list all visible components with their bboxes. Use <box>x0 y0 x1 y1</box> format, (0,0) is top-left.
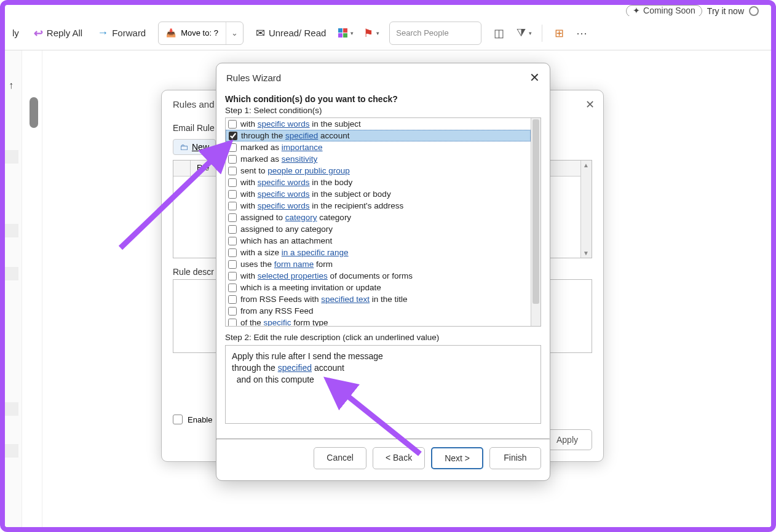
new-rule-label: New <box>192 142 209 152</box>
condition-checkbox[interactable] <box>228 225 237 234</box>
condition-link[interactable]: specific words <box>258 178 310 187</box>
toggle-circle-icon[interactable] <box>749 6 759 16</box>
condition-checkbox[interactable] <box>228 284 237 292</box>
condition-checkbox[interactable] <box>228 307 237 316</box>
condition-row[interactable]: which is a meeting invitation or update <box>226 282 531 293</box>
condition-row[interactable]: with a size in a specific range <box>226 247 531 258</box>
condition-checkbox[interactable] <box>228 248 237 257</box>
try-it-now-link[interactable]: Try it now <box>707 6 744 16</box>
condition-checkbox[interactable] <box>228 237 237 245</box>
reply-button-fragment[interactable]: ly <box>10 23 22 44</box>
condition-checkbox[interactable] <box>228 178 237 187</box>
condition-checkbox[interactable] <box>228 167 237 175</box>
flag-button[interactable]: ⚑ ▾ <box>363 26 379 40</box>
condition-link[interactable]: importance <box>282 143 323 152</box>
rules-wizard-dialog: Rules Wizard ✕ Which condition(s) do you… <box>216 63 550 481</box>
condition-link[interactable]: sensitivity <box>282 154 318 164</box>
categorize-button[interactable]: ▾ <box>338 28 354 38</box>
condition-link[interactable]: category <box>285 213 317 222</box>
condition-link[interactable]: specific words <box>258 201 310 210</box>
move-to-dropdown[interactable]: 📥 Move to: ? ⌄ <box>158 22 243 45</box>
condition-checkbox[interactable] <box>228 190 237 199</box>
condition-checkbox[interactable] <box>228 260 237 269</box>
nav-item[interactable] <box>5 402 18 416</box>
close-icon[interactable]: ✕ <box>529 70 540 85</box>
condition-row[interactable]: through the specified account <box>226 130 531 141</box>
condition-row[interactable]: from RSS Feeds with specified text in th… <box>226 293 531 305</box>
folder-icon: 🗀 <box>180 142 188 152</box>
condition-text: through the specified account <box>241 131 349 140</box>
forward-label: Forward <box>112 28 146 38</box>
condition-link[interactable]: people or public group <box>267 166 350 175</box>
next-button[interactable]: Next > <box>431 447 483 469</box>
condition-checkbox[interactable] <box>229 132 237 140</box>
close-icon[interactable]: ✕ <box>585 98 595 111</box>
condition-row[interactable]: assigned to category category <box>226 212 531 223</box>
condition-row[interactable]: with specific words in the body <box>226 177 531 188</box>
up-arrow-icon[interactable]: ↑ <box>9 80 14 91</box>
condition-row[interactable]: assigned to any category <box>226 223 531 235</box>
condition-link[interactable]: specific words <box>258 119 310 129</box>
condition-checkbox[interactable] <box>228 143 237 152</box>
condition-row[interactable]: with specific words in the subject <box>226 118 531 130</box>
message-list-scrollbar[interactable] <box>30 97 38 128</box>
unread-read-button[interactable]: ✉ Unread/ Read <box>253 23 328 44</box>
condition-checkbox[interactable] <box>228 272 237 280</box>
nav-item[interactable] <box>5 224 18 237</box>
reply-all-button[interactable]: ↩ Reply All <box>31 23 85 44</box>
left-nav-strip: ↑ <box>5 50 22 527</box>
condition-checkbox[interactable] <box>228 213 237 222</box>
condition-link[interactable]: form name <box>274 260 314 269</box>
flag-icon: ⚑ <box>363 26 373 40</box>
condition-row[interactable]: with specific words in the recipient's a… <box>226 200 531 212</box>
conditions-scrollbar[interactable] <box>531 118 540 326</box>
condition-row[interactable]: of the specific form type <box>226 317 531 326</box>
back-button[interactable]: < Back <box>373 447 425 469</box>
condition-row[interactable]: which has an attachment <box>226 235 531 247</box>
conditions-listbox[interactable]: with specific words in the subjectthroug… <box>225 117 541 327</box>
condition-row[interactable]: with selected properties of documents or… <box>226 270 531 282</box>
condition-checkbox[interactable] <box>228 120 237 129</box>
nav-item[interactable] <box>5 267 18 280</box>
chevron-down-icon: ▾ <box>376 30 379 36</box>
grid-scrollbar[interactable] <box>580 161 592 258</box>
forward-button[interactable]: → Forward <box>95 23 148 44</box>
cancel-button[interactable]: Cancel <box>314 447 366 469</box>
condition-link[interactable]: in a specific range <box>282 248 349 257</box>
condition-link[interactable]: specified text <box>321 295 370 304</box>
condition-row[interactable]: sent to people or public group <box>226 165 531 177</box>
condition-checkbox[interactable] <box>228 295 237 304</box>
condition-text: sent to people or public group <box>240 166 350 175</box>
specified-link[interactable]: specified <box>278 363 312 373</box>
condition-row[interactable]: marked as importance <box>226 141 531 153</box>
condition-checkbox[interactable] <box>228 202 237 210</box>
search-people-input[interactable]: Search People <box>389 22 481 45</box>
condition-row[interactable]: from any RSS Feed <box>226 305 531 317</box>
condition-link[interactable]: specific words <box>258 189 310 199</box>
forward-icon: → <box>97 26 108 39</box>
more-options-button[interactable]: ⋯ <box>576 26 588 40</box>
addin-button[interactable]: ⊞ <box>552 23 566 44</box>
condition-link[interactable]: specific <box>264 318 291 326</box>
nav-item[interactable] <box>5 444 18 458</box>
new-rule-button[interactable]: 🗀 New <box>173 139 216 155</box>
condition-checkbox[interactable] <box>228 319 237 327</box>
condition-row[interactable]: with specific words in the subject or bo… <box>226 188 531 200</box>
coming-soon-pill[interactable]: ✦ Coming Soon <box>626 5 702 17</box>
move-to-folder-icon: 📥 <box>166 28 176 38</box>
rule-description-editor[interactable]: Apply this rule after I send the message… <box>225 345 541 424</box>
condition-link[interactable]: selected properties <box>258 271 328 280</box>
condition-text: with specific words in the subject <box>240 119 361 129</box>
nav-item[interactable] <box>5 150 18 164</box>
condition-text: marked as importance <box>240 143 323 152</box>
filter-button[interactable]: ⧩ ▾ <box>517 26 532 39</box>
condition-row[interactable]: marked as sensitivity <box>226 153 531 165</box>
condition-link[interactable]: specified <box>285 131 318 140</box>
condition-row[interactable]: uses the form name form <box>226 258 531 270</box>
address-book-button[interactable]: ◫ <box>491 23 507 44</box>
chevron-down-icon[interactable]: ⌄ <box>226 22 243 44</box>
enable-rules-checkbox[interactable] <box>173 415 183 424</box>
finish-button[interactable]: Finish <box>489 447 541 469</box>
condition-text: with specific words in the subject or bo… <box>240 189 391 199</box>
condition-checkbox[interactable] <box>228 155 237 164</box>
